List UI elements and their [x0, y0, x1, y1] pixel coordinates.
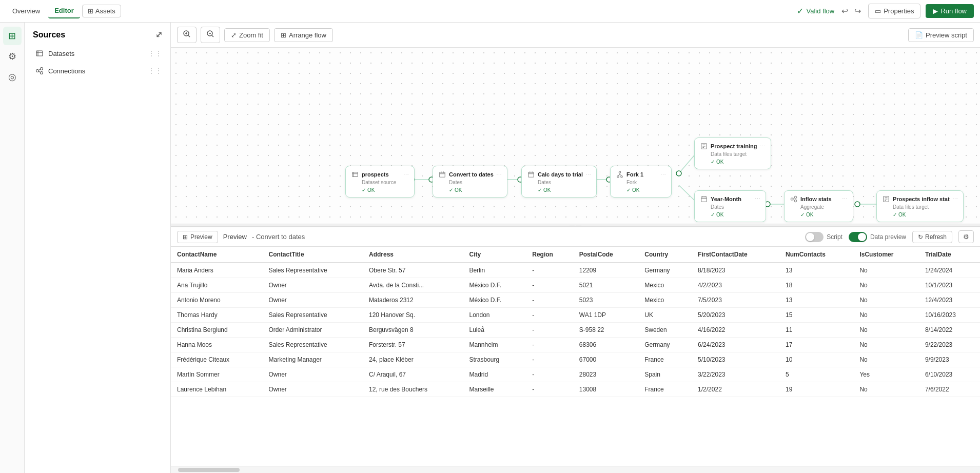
table-cell: 13 — [779, 293, 853, 308]
svg-line-7 — [39, 71, 41, 72]
prospects-node-menu[interactable]: ⋯ — [403, 171, 409, 178]
inflow-stats-node-subtitle: Aggregate — [790, 204, 848, 210]
preview-settings-button[interactable]: ⚙ — [958, 230, 974, 243]
icon-bar-layout[interactable]: ⊞ — [3, 27, 22, 45]
tab-editor[interactable]: Editor — [48, 4, 80, 18]
svg-line-61 — [793, 198, 795, 199]
canvas[interactable]: prospects ⋯ Dataset source ✓ OK Convert … — [171, 48, 980, 224]
arrange-flow-icon: ⊞ — [281, 31, 286, 39]
prospects-inflow-stat-node-status: ✓ OK — [882, 212, 958, 218]
table-cell: - — [526, 338, 573, 352]
col-num-contacts[interactable]: NumContacts — [779, 247, 853, 263]
preview-title: Preview — [223, 233, 247, 241]
table-row: Hanna MoosSales RepresentativeForsterstr… — [171, 338, 980, 352]
svg-line-6 — [39, 69, 41, 70]
table-cell: Maria Anders — [171, 263, 262, 278]
preview-script-button[interactable]: 📄 Preview script — [908, 28, 974, 42]
preview-toggle-button[interactable]: ⊞ Preview — [177, 231, 218, 243]
script-toggle[interactable] — [805, 232, 824, 242]
col-first-contact-date[interactable]: FirstContactDate — [692, 247, 779, 263]
table-cell: Laurence Lebihan — [171, 382, 262, 397]
flow-node-inflow-stats[interactable]: Inflow stats ⋯ Aggregate ✓ OK — [784, 190, 853, 222]
table-cell: UK — [638, 308, 692, 323]
calc-days-icon — [527, 170, 535, 179]
sidebar-item-datasets[interactable]: Datasets ⋮⋮ — [25, 45, 170, 62]
svg-point-5 — [41, 72, 43, 74]
prospect-training-node-menu[interactable]: ⋯ — [760, 143, 766, 150]
datasets-drag-icon: ⋮⋮ — [148, 49, 162, 57]
preview-subtitle: - Convert to dates — [252, 233, 305, 241]
zoom-fit-button[interactable]: ⤢ Zoom fit — [224, 28, 270, 42]
table-cell: Owner — [262, 382, 363, 397]
icon-bar-settings[interactable]: ⚙ — [3, 47, 22, 66]
table-cell: - — [526, 263, 573, 278]
valid-flow-status: ✓ Valid flow — [797, 6, 834, 16]
connections-label: Connections — [48, 67, 144, 75]
table-cell: 3/22/2023 — [692, 367, 779, 382]
col-country[interactable]: Country — [638, 247, 692, 263]
table-cell: 7/5/2023 — [692, 293, 779, 308]
table-cell: 5021 — [573, 278, 638, 293]
col-postal-code[interactable]: PostalCode — [573, 247, 638, 263]
col-region[interactable]: Region — [526, 247, 573, 263]
flow-node-year-month[interactable]: Year-Month ⋯ Dates ✓ OK — [694, 190, 766, 222]
run-flow-button[interactable]: ▶ Run flow — [926, 4, 974, 18]
table-cell: Yes — [853, 367, 918, 382]
tab-overview[interactable]: Overview — [6, 4, 46, 18]
flow-node-calc-days[interactable]: Calc days to trial ⋯ Dates ✓ OK — [521, 166, 597, 198]
table-cell: Mataderos 2312 — [363, 293, 463, 308]
fork1-node-subtitle: Fork — [616, 180, 666, 185]
zoom-in-button[interactable] — [177, 27, 197, 43]
table-cell: 19 — [779, 382, 853, 397]
tab-assets[interactable]: ⊞ Assets — [82, 5, 121, 17]
zoom-out-button[interactable] — [201, 27, 220, 43]
table-cell: No — [853, 278, 918, 293]
inflow-stats-node-menu[interactable]: ⋯ — [842, 196, 848, 203]
col-contact-title[interactable]: ContactTitle — [262, 247, 363, 263]
convert-dates-node-menu[interactable]: ⋯ — [496, 171, 502, 178]
table-cell: Mexico — [638, 278, 692, 293]
data-table: ContactName ContactTitle Address City Re… — [171, 247, 980, 397]
year-month-node-title: Year-Month — [711, 196, 752, 202]
flow-node-prospects[interactable]: prospects ⋯ Dataset source ✓ OK — [345, 166, 415, 198]
col-city[interactable]: City — [463, 247, 526, 263]
table-cell: 15 — [779, 308, 853, 323]
sidebar-item-connections[interactable]: Connections ⋮⋮ — [25, 62, 170, 80]
undo-button[interactable]: ↩ — [839, 4, 850, 18]
table-cell: No — [853, 382, 918, 397]
col-is-customer[interactable]: IsCustomer — [853, 247, 918, 263]
horizontal-scrollbar[interactable] — [171, 466, 980, 473]
fork1-node-menu[interactable]: ⋯ — [660, 171, 666, 178]
data-preview-toggle[interactable] — [849, 232, 867, 242]
convert-dates-node-subtitle: Dates — [438, 180, 502, 185]
data-table-container[interactable]: ContactName ContactTitle Address City Re… — [171, 247, 980, 466]
check-circle-icon: ✓ — [797, 6, 803, 16]
main-area: ⊞ ⚙ ◎ Sources ⤢ Datasets ⋮⋮ — [0, 23, 980, 473]
flow-node-prospect-training[interactable]: Prospect training ⋯ Data files target ✓ … — [694, 137, 771, 169]
dataset-icon — [35, 49, 44, 58]
arrange-flow-button[interactable]: ⊞ Arrange flow — [274, 28, 333, 42]
flow-node-prospects-inflow-stat[interactable]: Prospects inflow stat ⋯ Data files targe… — [876, 190, 964, 222]
col-contact-name[interactable]: ContactName — [171, 247, 262, 263]
dataset-node-icon — [351, 170, 359, 179]
prospect-training-node-title: Prospect training — [711, 143, 757, 149]
table-row: Ana TrujilloOwnerAvda. de la Consti...Mé… — [171, 278, 980, 293]
sidebar-expand-icon[interactable]: ⤢ — [155, 30, 162, 40]
col-address[interactable]: Address — [363, 247, 463, 263]
table-cell: - — [526, 352, 573, 367]
col-trial-date[interactable]: TrialDate — [919, 247, 980, 263]
icon-bar-target[interactable]: ◎ — [3, 68, 22, 86]
assets-icon: ⊞ — [88, 7, 93, 15]
properties-button[interactable]: ▭ Properties — [868, 4, 920, 18]
canvas-toolbar: ⤢ Zoom fit ⊞ Arrange flow 📄 Preview scri… — [171, 23, 980, 48]
scroll-thumb[interactable] — [178, 468, 240, 472]
calc-days-node-menu[interactable]: ⋯ — [585, 171, 591, 178]
flow-node-convert-to-dates[interactable]: Convert to dates ⋯ Dates ✓ OK — [433, 166, 507, 198]
refresh-button[interactable]: ↻ Refresh — [912, 231, 952, 243]
table-cell: 10 — [779, 352, 853, 367]
redo-button[interactable]: ↪ — [852, 4, 863, 18]
year-month-node-menu[interactable]: ⋯ — [755, 196, 760, 203]
settings-icon: ⚙ — [963, 233, 969, 241]
prospects-inflow-stat-node-menu[interactable]: ⋯ — [952, 196, 958, 203]
flow-node-fork1[interactable]: Fork 1 ⋯ Fork ✓ OK — [610, 166, 672, 198]
